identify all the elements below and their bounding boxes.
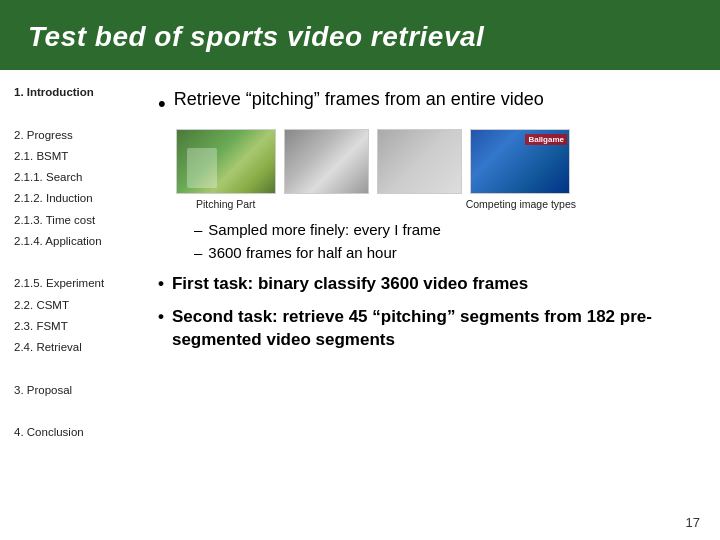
dash-char-2: – [194,243,202,263]
sidebar-item-4[interactable]: 2.1.1. Search [14,169,130,186]
bullet-3-dot: • [158,306,164,329]
dash-bullets: – Sampled more finely: every I frame – 3… [194,220,698,264]
competing-image-group-3 [470,129,570,194]
page-number: 17 [686,515,700,530]
competing-image-3 [470,129,570,194]
bullet-1-dot: • [158,90,166,119]
bullet-2-text: First task: binary classify 3600 video f… [172,273,528,296]
bullet-1-text: Retrieve “pitching” frames from an entir… [174,88,544,111]
title-bar: Test bed of sports video retrieval [0,0,720,70]
main-content: • Retrieve “pitching” frames from an ent… [140,70,720,540]
sidebar-item-12[interactable]: 3. Proposal [14,382,130,399]
sidebar-item-3[interactable]: 2.1. BSMT [14,148,130,165]
sidebar-item-9[interactable]: 2.2. CSMT [14,297,130,314]
bullet-2-dot: • [158,273,164,296]
images-container: Pitching Part Competing image types [176,129,698,210]
competing-image-2 [377,129,462,194]
pitching-image-group [176,129,276,194]
content-area: 1. Introduction 2. Progress 2.1. BSMT 2.… [0,70,720,540]
sidebar-item-2[interactable]: 2. Progress [14,127,130,144]
dash-text-2: 3600 frames for half an hour [208,243,396,263]
caption-row: Pitching Part Competing image types [196,198,576,210]
bullet-3-container: • Second task: retrieve 45 “pitching” se… [158,306,698,352]
competing-image-group-1 [284,129,369,194]
sidebar-item-5[interactable]: 2.1.2. Induction [14,190,130,207]
competing-image-1 [284,129,369,194]
sidebar-item-7[interactable]: 2.1.4. Application [14,233,130,250]
sidebar: 1. Introduction 2. Progress 2.1. BSMT 2.… [0,70,140,540]
dash-item-2: – 3600 frames for half an hour [194,243,698,263]
sidebar-spacer-1 [14,105,130,122]
bullet-2-container: • First task: binary classify 3600 video… [158,273,698,296]
pitching-image [176,129,276,194]
sidebar-spacer-4 [14,403,130,420]
bullet-1-container: • Retrieve “pitching” frames from an ent… [158,88,698,119]
dash-text-1: Sampled more finely: every I frame [208,220,441,240]
sidebar-item-10[interactable]: 2.3. FSMT [14,318,130,335]
slide-title: Test bed of sports video retrieval [28,21,484,53]
bullet-3-text: Second task: retrieve 45 “pitching” segm… [172,306,698,352]
sidebar-item-6[interactable]: 2.1.3. Time cost [14,212,130,229]
sidebar-spacer-2 [14,254,130,271]
sidebar-item-1[interactable]: 1. Introduction [14,84,130,101]
sidebar-item-13[interactable]: 4. Conclusion [14,424,130,441]
competing-image-group-2 [377,129,462,194]
dash-char-1: – [194,220,202,240]
caption-competing: Competing image types [466,198,576,210]
caption-pitching: Pitching Part [196,198,256,210]
dash-item-1: – Sampled more finely: every I frame [194,220,698,240]
all-images [176,129,698,194]
sidebar-item-11[interactable]: 2.4. Retrieval [14,339,130,356]
slide: Test bed of sports video retrieval 1. In… [0,0,720,540]
sidebar-item-8[interactable]: 2.1.5. Experiment [14,275,130,292]
sidebar-spacer-3 [14,360,130,377]
